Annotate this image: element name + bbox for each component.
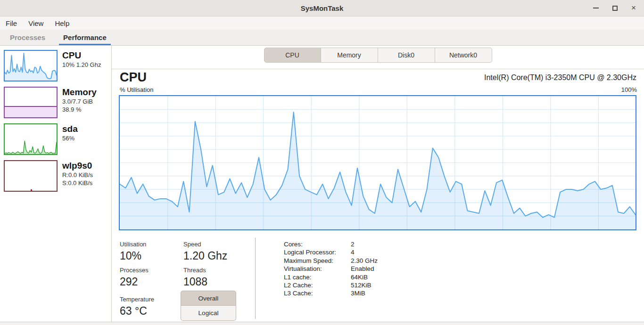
axis-label-utilisation: % Utilisation	[120, 86, 154, 93]
network-activity-tick	[31, 189, 32, 191]
sidebar-item-memory[interactable]: Memory 3.0/7.7 GiB 38.9 %	[4, 87, 111, 118]
utilisation-value: 10%	[120, 249, 154, 262]
main-header: CPU Intel(R) Core(TM) i3-2350M CPU @ 2.3…	[120, 70, 636, 84]
sidebar-cpu-text: CPU 10% 1.20 Ghz	[62, 50, 101, 69]
speed-value: 1.20 Ghz	[183, 249, 227, 262]
sidebar-memory-used: 3.0/7.7 GiB	[62, 98, 97, 106]
virtualisation-row: Virtualisation:Enabled	[284, 265, 378, 273]
sidebar-cpu-title: CPU	[62, 50, 101, 61]
processes-label: Processes	[120, 267, 154, 274]
memory-fill-bar	[5, 106, 57, 118]
sidebar-network-send: S:0.0 KiB/s	[62, 179, 93, 187]
threads-label: Threads	[183, 267, 227, 274]
device-tab-disk0[interactable]: Disk0	[378, 48, 435, 63]
sidebar-item-network-wlp9s0[interactable]: wlp9s0 R:0.0 KiB/s S:0.0 KiB/s	[4, 160, 111, 192]
sidebar-disk-text: sda 56%	[62, 123, 78, 142]
menu-view[interactable]: View	[26, 18, 45, 28]
tab-performance[interactable]: Performance	[59, 30, 111, 45]
titlebar: SysMonTask ×	[0, 0, 644, 16]
sidebar-disk-title: sda	[62, 124, 78, 134]
l3-cache-label: L3 Cache:	[284, 289, 351, 297]
maximize-button[interactable]	[611, 4, 619, 12]
maximum-speed-value: 2.30 GHz	[351, 257, 378, 264]
maximum-speed-row: Maximum Speed:2.30 GHz	[284, 257, 378, 265]
temperature-label: Temperature	[120, 296, 154, 303]
disk-sparkline-graph	[4, 123, 58, 155]
menu-file[interactable]: File	[4, 18, 19, 28]
memory-usage-graph	[4, 87, 58, 118]
page-title: CPU	[120, 70, 147, 84]
logical-view-button[interactable]: Logical	[181, 306, 236, 321]
minimize-icon	[593, 8, 599, 8]
utilisation-label: Utilisation	[120, 241, 154, 248]
logical-processor-value: 4	[351, 249, 355, 256]
overall-view-button[interactable]: Overall	[181, 291, 236, 306]
axis-label-max: 100%	[621, 86, 637, 93]
l3-cache-value: 3MiB	[351, 290, 365, 297]
header-separator	[112, 69, 644, 69]
device-tab-group: CPU Memory Disk0 Network0	[264, 48, 492, 63]
cores-label: Cores:	[284, 240, 351, 248]
tab-bar: Processes Performance	[0, 30, 644, 46]
cpu-stats-section: Utilisation 10% Processes 292 Temperatur…	[112, 238, 644, 322]
l3-cache-row: L3 Cache:3MiB	[284, 289, 378, 297]
virtualisation-label: Virtualisation:	[284, 265, 351, 273]
menubar: File View Help	[0, 16, 644, 30]
close-button[interactable]: ×	[630, 4, 637, 12]
threads-value: 1088	[183, 275, 227, 288]
sidebar-memory-text: Memory 3.0/7.7 GiB 38.9 %	[62, 87, 97, 114]
chart-axis-labels: % Utilisation 100%	[120, 86, 637, 93]
performance-main-panel: CPU Memory Disk0 Network0 CPU Intel(R) C…	[112, 46, 644, 325]
device-tab-network0[interactable]: Network0	[435, 48, 492, 63]
cpu-utilisation-chart	[119, 95, 636, 230]
device-tab-memory[interactable]: Memory	[321, 48, 378, 63]
processes-value: 292	[120, 275, 154, 288]
sidebar-memory-title: Memory	[62, 87, 97, 98]
sidebar-memory-percent: 38.9 %	[62, 106, 97, 114]
sidebar-network-receive: R:0.0 KiB/s	[62, 171, 93, 179]
window-bottom-edge	[0, 322, 644, 325]
minimize-button[interactable]	[592, 4, 600, 12]
l2-cache-value: 512KiB	[351, 282, 372, 289]
sidebar-network-title: wlp9s0	[62, 161, 93, 171]
menu-help[interactable]: Help	[53, 18, 71, 28]
sidebar-disk-percent: 56%	[62, 134, 78, 142]
l1-cache-row: L1 cache:64KiB	[284, 273, 378, 281]
maximum-speed-label: Maximum Speed:	[284, 257, 351, 265]
virtualisation-value: Enabled	[351, 265, 374, 272]
stats-column-3: Cores:2 Logical Processor:4 Maximum Spee…	[284, 240, 378, 298]
speed-label: Speed	[183, 241, 227, 248]
temperature-value: 63 °C	[120, 304, 154, 317]
sidebar-item-cpu[interactable]: CPU 10% 1.20 Ghz	[4, 50, 111, 81]
cpu-model-label: Intel(R) Core(TM) i3-2350M CPU @ 2.30GHz	[484, 73, 636, 84]
window-controls: ×	[592, 0, 637, 16]
maximize-icon	[612, 6, 618, 11]
cores-row: Cores:2	[284, 240, 378, 248]
logical-processor-row: Logical Processor:4	[284, 248, 378, 256]
l1-cache-label: L1 cache:	[284, 273, 351, 281]
sidebar-item-disk-sda[interactable]: sda 56%	[4, 123, 111, 155]
stats-column-2: Speed 1.20 Ghz Threads 1088	[183, 241, 227, 288]
tab-processes[interactable]: Processes	[6, 30, 50, 45]
device-tab-cpu[interactable]: CPU	[264, 48, 321, 63]
sidebar-network-text: wlp9s0 R:0.0 KiB/s S:0.0 KiB/s	[62, 160, 93, 187]
l2-cache-row: L2 Cache:512KiB	[284, 281, 378, 289]
close-icon: ×	[631, 4, 636, 12]
cpu-sparkline-graph	[4, 50, 58, 81]
sidebar-cpu-stats: 10% 1.20 Ghz	[62, 61, 101, 69]
logical-processor-label: Logical Processor:	[284, 248, 351, 256]
graph-view-toggle: Overall Logical	[181, 291, 236, 321]
content: CPU 10% 1.20 Ghz Memory 3.0/7.7 GiB 38.9…	[0, 46, 644, 325]
l2-cache-label: L2 Cache:	[284, 281, 351, 289]
stats-column-1: Utilisation 10% Processes 292 Temperatur…	[120, 241, 154, 317]
cores-value: 2	[351, 241, 355, 248]
performance-sidebar: CPU 10% 1.20 Ghz Memory 3.0/7.7 GiB 38.9…	[0, 46, 112, 325]
window-title: SysMonTask	[301, 4, 344, 12]
network-sparkline-graph	[4, 160, 58, 192]
stats-divider	[255, 238, 256, 319]
l1-cache-value: 64KiB	[351, 274, 368, 281]
